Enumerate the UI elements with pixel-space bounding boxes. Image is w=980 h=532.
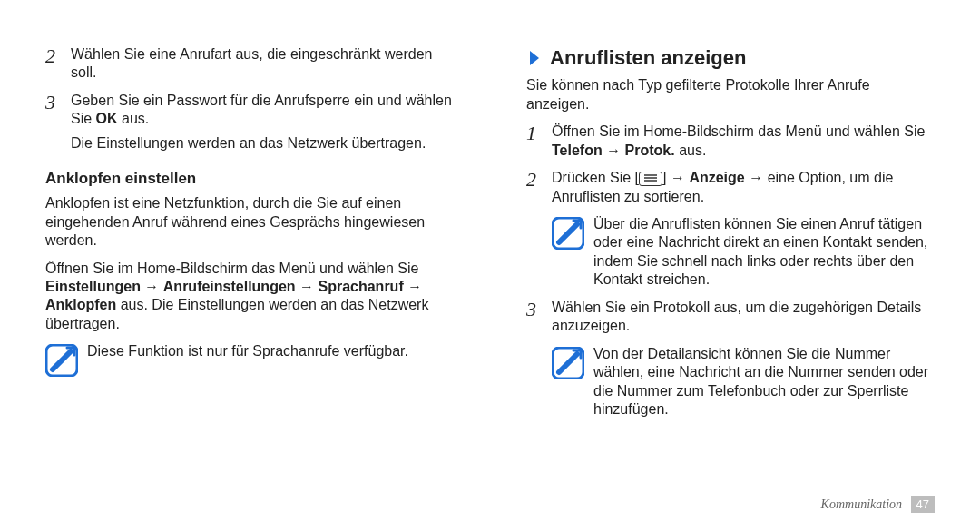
section-title: Anruflisten anzeigen <box>550 45 746 71</box>
note-row: Über die Anruflisten können Sie einen An… <box>552 215 935 290</box>
subheading-anklopfen: Anklopfen einstellen <box>45 169 454 189</box>
step-number: 3 <box>45 92 71 153</box>
note-row: Von der Detailansicht können Sie die Num… <box>552 345 935 419</box>
step-body: Wählen Sie eine Anrufart aus, die einges… <box>71 45 454 83</box>
note-body: Über die Anruflisten können Sie einen An… <box>593 215 935 290</box>
text: ] → <box>662 170 689 185</box>
page-number: 47 <box>911 496 935 513</box>
step-body: Wählen Sie ein Protokoll aus, um die zug… <box>552 299 935 336</box>
note-icon <box>45 344 78 377</box>
note-icon <box>552 217 584 250</box>
footer-label: Kommunikation <box>821 498 902 511</box>
bold-text: Telefon <box>552 143 603 158</box>
step-number: 1 <box>526 123 552 160</box>
bold-text: Anzeige <box>689 170 744 185</box>
arrow: → <box>404 279 422 294</box>
text: aus. <box>675 143 707 158</box>
arrow: → <box>603 143 625 158</box>
paragraph: Öffnen Sie im Home-Bildschirm das Menü u… <box>45 260 454 334</box>
text: Öffnen Sie im Home-Bildschirm das Menü u… <box>552 123 925 139</box>
text: aus. <box>118 111 150 126</box>
step-body: Geben Sie ein Passwort für die Anrufsper… <box>71 92 454 153</box>
text: Öffnen Sie im Home-Bildschirm das Menü u… <box>45 261 418 276</box>
chevron-right-icon <box>526 49 544 67</box>
note-icon <box>552 347 584 379</box>
bold-text: Protok. <box>625 143 675 158</box>
menu-key-icon <box>639 172 662 186</box>
bold-text: Einstellungen <box>45 279 141 294</box>
paragraph: Anklopfen ist eine Netzfunktion, durch d… <box>45 194 454 250</box>
bold-text: Anklopfen <box>45 297 116 312</box>
bold-text: Anrufeinstellungen <box>163 279 296 294</box>
paragraph: Sie können nach Typ gefilterte Protokoll… <box>526 76 935 113</box>
step-1: 1 Öffnen Sie im Home-Bildschirm das Menü… <box>526 123 935 160</box>
bold-text: OK <box>96 111 118 126</box>
step-3: 3 Wählen Sie ein Protokoll aus, um die z… <box>526 299 935 336</box>
text: Drücken Sie [ <box>552 170 639 185</box>
footer: Kommunikation 47 <box>821 498 935 512</box>
section-head: Anruflisten anzeigen <box>526 45 935 71</box>
step-2: 2 Wählen Sie eine Anrufart aus, die eing… <box>45 45 454 83</box>
sub-para: Die Einstellungen werden an das Netzwerk… <box>71 134 454 153</box>
step-body: Öffnen Sie im Home-Bildschirm das Menü u… <box>552 123 935 160</box>
step-2: 2 Drücken Sie [] → Anzeige → eine Option… <box>526 169 935 206</box>
arrow: → <box>296 279 318 294</box>
step-body: Drücken Sie [] → Anzeige → eine Option, … <box>552 169 935 206</box>
note-body: Diese Funktion ist nur für Sprachanrufe … <box>87 342 454 360</box>
step-number: 2 <box>526 169 552 206</box>
note-body: Von der Detailansicht können Sie die Num… <box>593 345 935 419</box>
step-number: 2 <box>45 45 71 83</box>
note-row: Diese Funktion ist nur für Sprachanrufe … <box>45 342 454 377</box>
arrow: → <box>141 279 163 294</box>
step-3: 3 Geben Sie ein Passwort für die Anrufsp… <box>45 92 454 153</box>
step-number: 3 <box>526 299 552 336</box>
bold-text: Sprachanruf <box>318 279 403 294</box>
